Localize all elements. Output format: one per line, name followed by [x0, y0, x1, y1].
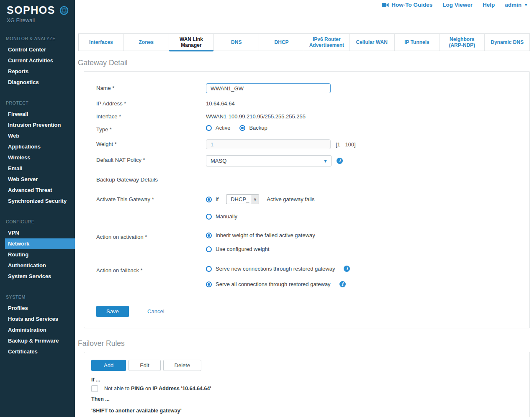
video-camera-icon — [382, 3, 389, 8]
sidebar-item-wireless[interactable]: Wireless — [0, 152, 75, 163]
cancel-button[interactable]: Cancel — [147, 308, 164, 315]
sidebar-item-authentication[interactable]: Authentication — [0, 260, 75, 271]
tab-bar: Interfaces Zones WAN Link Manager DNS DH… — [78, 33, 530, 51]
sidebar-item-reports[interactable]: Reports — [0, 66, 75, 77]
tab-wan-link-manager[interactable]: WAN Link Manager — [169, 34, 214, 51]
sidebar-item-firewall[interactable]: Firewall — [0, 109, 75, 120]
nav-section-protect: PROTECT — [0, 100, 75, 105]
sidebar-item-current-activities[interactable]: Current Activities — [0, 55, 75, 66]
serve-all-connections-radio[interactable] — [206, 281, 212, 287]
activate-if-suffix: Active gateway fails — [267, 196, 314, 202]
info-icon[interactable]: i — [337, 158, 343, 164]
sidebar-item-network[interactable]: Network — [5, 238, 75, 249]
weight-input[interactable] — [206, 139, 331, 149]
serve-new-connections-label[interactable]: Serve new connections through restored g… — [216, 266, 335, 272]
rule-then-value: 'SHIFT to another available gateway' — [91, 408, 521, 414]
gateway-detail-panel: Name * IP Address * 10.64.64.64 Interfac… — [84, 71, 530, 328]
tab-ip-tunnels[interactable]: IP Tunnels — [394, 34, 439, 51]
sidebar-item-web-server[interactable]: Web Server — [0, 174, 75, 185]
type-active-radio[interactable] — [206, 125, 212, 131]
activate-if-radio[interactable] — [206, 197, 212, 202]
sidebar-item-applications[interactable]: Applications — [0, 141, 75, 152]
admin-menu[interactable]: admin ▾ — [505, 2, 527, 8]
activate-manually-radio[interactable] — [206, 214, 212, 220]
info-icon[interactable]: i — [344, 266, 350, 272]
tab-interfaces[interactable]: Interfaces — [79, 34, 123, 51]
type-backup-label[interactable]: Backup — [249, 125, 267, 131]
tab-cellular-wan[interactable]: Cellular WAN — [349, 34, 394, 51]
name-row: Name * — [96, 83, 517, 93]
action-on-failback-label: Action on failback * — [96, 266, 206, 274]
name-input[interactable] — [206, 83, 331, 93]
rule-text-mid: on — [144, 386, 153, 391]
type-active-label[interactable]: Active — [216, 125, 230, 131]
action-on-activation-row: Action on activation * Inherit weight of… — [96, 232, 517, 266]
sidebar-item-diagnostics[interactable]: Diagnostics — [0, 77, 75, 88]
sidebar-item-hosts-and-services[interactable]: Hosts and Services — [0, 314, 75, 325]
caret-down-icon: ▼ — [324, 159, 327, 163]
add-button[interactable]: Add — [91, 360, 126, 371]
tab-dns[interactable]: DNS — [213, 34, 259, 51]
sidebar-item-synchronized-security[interactable]: Synchronized Security — [0, 196, 75, 207]
serve-all-connections-label[interactable]: Serve all connections through restored g… — [216, 281, 331, 287]
nat-policy-value: MASQ — [211, 158, 226, 164]
save-button[interactable]: Save — [96, 306, 129, 317]
sidebar-item-certificates[interactable]: Certificates — [0, 346, 75, 357]
activate-manually-label[interactable]: Manually — [216, 213, 237, 220]
tab-ipv6-router-advertisement[interactable]: IPv6 Router Advertisement — [304, 34, 349, 51]
use-configured-weight-label[interactable]: Use configured weight — [216, 246, 270, 252]
weight-range-hint: [1 - 100] — [336, 139, 356, 148]
sidebar-item-email[interactable]: Email — [0, 163, 75, 174]
failover-rule-row: Not able to PING on IP Address '10.64.64… — [91, 385, 521, 392]
interface-label: Interface * — [96, 112, 206, 120]
rule-if-label: If ... — [91, 377, 521, 383]
nat-policy-select[interactable]: MASQ ▼ — [206, 155, 332, 166]
action-on-activation-label: Action on activation * — [96, 232, 206, 240]
sophos-shield-icon — [59, 5, 69, 16]
chevron-down-icon: ∨ — [251, 195, 259, 204]
sidebar-item-system-services[interactable]: System Services — [0, 271, 75, 282]
failover-condition-value: DHCP_ — [226, 195, 251, 204]
nat-policy-label: Default NAT Policy * — [96, 155, 206, 163]
type-backup-radio[interactable] — [239, 125, 245, 131]
nav-section-system: SYSTEM — [0, 294, 75, 299]
sidebar-item-backup-firmware[interactable]: Backup & Firmware — [0, 335, 75, 346]
edit-button[interactable]: Edit — [129, 360, 160, 371]
sidebar-item-intrusion-prevention[interactable]: Intrusion Prevention — [0, 120, 75, 130]
delete-button[interactable]: Delete — [163, 360, 202, 371]
tab-neighbors-arp-ndp[interactable]: Neighbors (ARP-NDP) — [439, 34, 484, 51]
sidebar-item-profiles[interactable]: Profiles — [0, 303, 75, 314]
ip-address-row: IP Address * 10.64.64.64 — [96, 99, 517, 107]
rule-then-label: Then ... — [91, 396, 521, 402]
sidebar-item-advanced-threat[interactable]: Advanced Threat — [0, 185, 75, 196]
howto-guides-link[interactable]: How-To Guides — [382, 2, 432, 8]
tab-dhcp[interactable]: DHCP — [259, 34, 304, 51]
topbar: How-To Guides Log Viewer Help admin ▾ — [382, 2, 527, 8]
tab-zones[interactable]: Zones — [123, 34, 169, 51]
caret-down-icon: ▾ — [525, 3, 527, 7]
log-viewer-link[interactable]: Log Viewer — [442, 2, 473, 8]
help-link[interactable]: Help — [483, 2, 495, 8]
sidebar-item-control-center[interactable]: Control Center — [0, 44, 75, 55]
backup-gateway-details-heading: Backup Gateway Details — [96, 177, 517, 186]
info-icon[interactable]: i — [339, 281, 346, 287]
sophos-logo: SOPHOS — [7, 4, 55, 16]
rule-checkbox[interactable] — [91, 385, 98, 392]
sidebar-item-vpn[interactable]: VPN — [0, 228, 75, 238]
serve-new-connections-radio[interactable] — [206, 266, 212, 272]
product-name: XG Firewall — [7, 17, 69, 23]
inherit-weight-radio[interactable] — [206, 233, 212, 238]
tab-dynamic-dns[interactable]: Dynamic DNS — [484, 34, 529, 51]
inherit-weight-label[interactable]: Inherit weight of the failed active gate… — [216, 232, 315, 238]
failover-condition-select[interactable]: DHCP_ ∨ — [226, 194, 259, 204]
sidebar-item-routing[interactable]: Routing — [0, 249, 75, 260]
activate-gateway-label: Activate This Gateway * — [96, 194, 206, 202]
weight-row: Weight * [1 - 100] — [96, 139, 517, 149]
sidebar-item-web[interactable]: Web — [0, 130, 75, 141]
nav-section-monitor: MONITOR & ANALYZE — [0, 36, 75, 41]
activate-if-label[interactable]: If — [216, 196, 218, 202]
type-row: Type * Active Backup — [96, 125, 517, 133]
use-configured-weight-radio[interactable] — [206, 246, 212, 252]
sidebar-item-administration[interactable]: Administration — [0, 325, 75, 335]
nat-policy-row: Default NAT Policy * MASQ ▼ i — [96, 155, 517, 166]
